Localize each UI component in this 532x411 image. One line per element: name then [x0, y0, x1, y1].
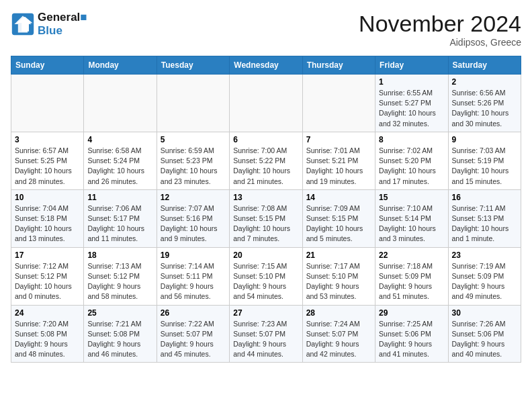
calendar-cell: 12Sunrise: 7:07 AMSunset: 5:16 PMDayligh…	[157, 189, 229, 247]
day-detail: Sunrise: 7:12 AMSunset: 5:12 PMDaylight:…	[15, 261, 80, 302]
calendar-cell	[230, 75, 302, 132]
title-block: November 2024 Aidipsos, Greece	[359, 11, 521, 48]
day-detail: Sunrise: 7:20 AMSunset: 5:08 PMDaylight:…	[15, 319, 80, 360]
calendar-cell: 27Sunrise: 7:23 AMSunset: 5:07 PMDayligh…	[230, 305, 302, 363]
day-number: 16	[452, 193, 517, 202]
calendar-cell: 14Sunrise: 7:09 AMSunset: 5:15 PMDayligh…	[302, 189, 375, 247]
day-detail: Sunrise: 7:15 AMSunset: 5:10 PMDaylight:…	[233, 261, 298, 302]
day-number: 10	[15, 193, 80, 202]
calendar-cell: 13Sunrise: 7:08 AMSunset: 5:15 PMDayligh…	[230, 189, 302, 247]
calendar-cell	[11, 75, 84, 132]
day-number: 5	[161, 135, 226, 144]
calendar-cell: 11Sunrise: 7:06 AMSunset: 5:17 PMDayligh…	[84, 189, 157, 247]
day-detail: Sunrise: 7:25 AMSunset: 5:06 PMDaylight:…	[379, 319, 444, 360]
calendar-cell: 1Sunrise: 6:55 AMSunset: 5:27 PMDaylight…	[375, 75, 448, 132]
calendar-cell: 3Sunrise: 6:57 AMSunset: 5:25 PMDaylight…	[11, 132, 84, 189]
day-number: 1	[379, 77, 444, 87]
day-detail: Sunrise: 7:14 AMSunset: 5:11 PMDaylight:…	[161, 261, 226, 302]
day-detail: Sunrise: 6:56 AMSunset: 5:26 PMDaylight:…	[452, 88, 517, 129]
calendar-cell: 15Sunrise: 7:10 AMSunset: 5:14 PMDayligh…	[375, 189, 448, 247]
day-number: 12	[161, 193, 226, 202]
week-row-5: 24Sunrise: 7:20 AMSunset: 5:08 PMDayligh…	[11, 305, 521, 363]
calendar-cell: 30Sunrise: 7:26 AMSunset: 5:06 PMDayligh…	[448, 305, 521, 363]
day-number: 29	[379, 308, 444, 318]
calendar-cell: 25Sunrise: 7:21 AMSunset: 5:08 PMDayligh…	[84, 305, 157, 363]
day-number: 4	[87, 135, 152, 144]
day-detail: Sunrise: 7:02 AMSunset: 5:20 PMDaylight:…	[379, 146, 444, 187]
week-row-3: 10Sunrise: 7:04 AMSunset: 5:18 PMDayligh…	[11, 189, 521, 247]
day-number: 20	[233, 250, 298, 260]
day-detail: Sunrise: 7:00 AMSunset: 5:22 PMDaylight:…	[233, 146, 298, 187]
calendar-cell: 28Sunrise: 7:24 AMSunset: 5:07 PMDayligh…	[302, 305, 375, 363]
day-number: 25	[87, 308, 152, 318]
weekday-header-monday: Monday	[84, 56, 157, 75]
calendar-cell: 22Sunrise: 7:18 AMSunset: 5:09 PMDayligh…	[375, 247, 448, 305]
calendar-cell: 5Sunrise: 6:59 AMSunset: 5:23 PMDaylight…	[157, 132, 229, 189]
day-number: 19	[161, 250, 226, 260]
day-detail: Sunrise: 7:17 AMSunset: 5:10 PMDaylight:…	[306, 261, 371, 302]
calendar-cell: 8Sunrise: 7:02 AMSunset: 5:20 PMDaylight…	[375, 132, 448, 189]
logo-icon	[11, 12, 35, 36]
day-detail: Sunrise: 7:21 AMSunset: 5:08 PMDaylight:…	[87, 319, 152, 360]
day-number: 21	[306, 250, 371, 260]
logo: General■ Blue	[11, 11, 87, 38]
day-detail: Sunrise: 7:03 AMSunset: 5:19 PMDaylight:…	[452, 146, 517, 187]
day-detail: Sunrise: 7:10 AMSunset: 5:14 PMDaylight:…	[379, 203, 444, 244]
day-number: 22	[379, 250, 444, 260]
week-row-4: 17Sunrise: 7:12 AMSunset: 5:12 PMDayligh…	[11, 247, 521, 305]
day-detail: Sunrise: 7:19 AMSunset: 5:09 PMDaylight:…	[452, 261, 517, 302]
day-detail: Sunrise: 7:18 AMSunset: 5:09 PMDaylight:…	[379, 261, 444, 302]
day-number: 14	[306, 193, 371, 202]
calendar-cell: 17Sunrise: 7:12 AMSunset: 5:12 PMDayligh…	[11, 247, 84, 305]
day-number: 13	[233, 193, 298, 202]
day-detail: Sunrise: 6:58 AMSunset: 5:24 PMDaylight:…	[87, 146, 152, 187]
calendar-cell: 7Sunrise: 7:01 AMSunset: 5:21 PMDaylight…	[302, 132, 375, 189]
day-number: 15	[379, 193, 444, 202]
day-number: 23	[452, 250, 517, 260]
day-detail: Sunrise: 6:57 AMSunset: 5:25 PMDaylight:…	[15, 146, 80, 187]
calendar-table: SundayMondayTuesdayWednesdayThursdayFrid…	[11, 56, 521, 363]
calendar-cell: 20Sunrise: 7:15 AMSunset: 5:10 PMDayligh…	[230, 247, 302, 305]
calendar-cell: 21Sunrise: 7:17 AMSunset: 5:10 PMDayligh…	[302, 247, 375, 305]
weekday-header-sunday: Sunday	[11, 56, 84, 75]
weekday-header-saturday: Saturday	[448, 56, 521, 75]
day-number: 6	[233, 135, 298, 144]
calendar-cell	[302, 75, 375, 132]
day-detail: Sunrise: 7:24 AMSunset: 5:07 PMDaylight:…	[306, 319, 371, 360]
day-detail: Sunrise: 7:01 AMSunset: 5:21 PMDaylight:…	[306, 146, 371, 187]
location: Aidipsos, Greece	[359, 37, 521, 48]
day-number: 18	[87, 250, 152, 260]
calendar-cell: 23Sunrise: 7:19 AMSunset: 5:09 PMDayligh…	[448, 247, 521, 305]
day-detail: Sunrise: 7:23 AMSunset: 5:07 PMDaylight:…	[233, 319, 298, 360]
weekday-header-friday: Friday	[375, 56, 448, 75]
day-detail: Sunrise: 7:13 AMSunset: 5:12 PMDaylight:…	[87, 261, 152, 302]
day-detail: Sunrise: 7:07 AMSunset: 5:16 PMDaylight:…	[161, 203, 226, 244]
calendar-cell: 2Sunrise: 6:56 AMSunset: 5:26 PMDaylight…	[448, 75, 521, 132]
day-number: 8	[379, 135, 444, 144]
weekday-header-wednesday: Wednesday	[230, 56, 302, 75]
day-number: 26	[161, 308, 226, 318]
day-number: 17	[15, 250, 80, 260]
day-number: 11	[87, 193, 152, 202]
day-detail: Sunrise: 7:04 AMSunset: 5:18 PMDaylight:…	[15, 203, 80, 244]
day-detail: Sunrise: 7:06 AMSunset: 5:17 PMDaylight:…	[87, 203, 152, 244]
day-number: 7	[306, 135, 371, 144]
day-number: 28	[306, 308, 371, 318]
month-title: November 2024	[359, 11, 521, 37]
day-detail: Sunrise: 7:11 AMSunset: 5:13 PMDaylight:…	[452, 203, 517, 244]
calendar-cell: 16Sunrise: 7:11 AMSunset: 5:13 PMDayligh…	[448, 189, 521, 247]
day-number: 9	[452, 135, 517, 144]
calendar-cell: 9Sunrise: 7:03 AMSunset: 5:19 PMDaylight…	[448, 132, 521, 189]
week-row-1: 1Sunrise: 6:55 AMSunset: 5:27 PMDaylight…	[11, 75, 521, 132]
day-detail: Sunrise: 7:26 AMSunset: 5:06 PMDaylight:…	[452, 319, 517, 360]
weekday-header-tuesday: Tuesday	[157, 56, 229, 75]
calendar-cell: 24Sunrise: 7:20 AMSunset: 5:08 PMDayligh…	[11, 305, 84, 363]
calendar-cell: 10Sunrise: 7:04 AMSunset: 5:18 PMDayligh…	[11, 189, 84, 247]
day-detail: Sunrise: 6:55 AMSunset: 5:27 PMDaylight:…	[379, 88, 444, 129]
day-number: 24	[15, 308, 80, 318]
calendar-cell: 6Sunrise: 7:00 AMSunset: 5:22 PMDaylight…	[230, 132, 302, 189]
day-detail: Sunrise: 7:22 AMSunset: 5:07 PMDaylight:…	[161, 319, 226, 360]
calendar-cell	[157, 75, 229, 132]
weekday-header-thursday: Thursday	[302, 56, 375, 75]
day-detail: Sunrise: 7:08 AMSunset: 5:15 PMDaylight:…	[233, 203, 298, 244]
